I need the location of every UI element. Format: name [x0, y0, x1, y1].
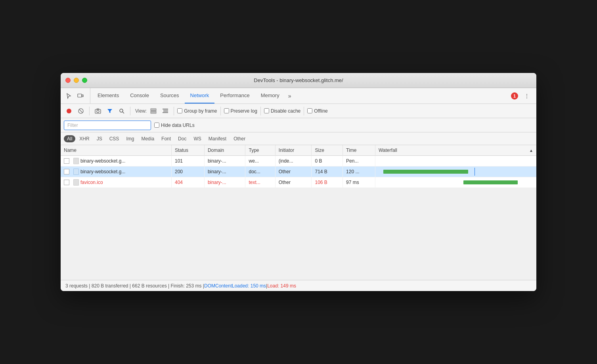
cell-size-3: 106 B	[312, 177, 343, 188]
devtools-menu-button[interactable]: ⋮	[521, 90, 532, 102]
maximize-button[interactable]	[82, 78, 87, 83]
nav-icons	[63, 88, 90, 103]
filter-icon	[107, 108, 113, 114]
status-text: 3 requests | 820 B transferred | 662 B r…	[65, 283, 204, 289]
error-badge[interactable]: 1	[511, 92, 518, 100]
svg-point-6	[97, 110, 99, 113]
pill-ws[interactable]: WS	[190, 135, 204, 142]
col-waterfall[interactable]: Waterfall ▲	[375, 145, 536, 156]
tab-console[interactable]: Console	[124, 88, 155, 103]
table-row[interactable]: binary-websocket.g... 200 binary-... doc…	[61, 167, 536, 177]
preserve-log-checkbox[interactable]	[224, 108, 229, 113]
sort-arrow-icon: ▲	[529, 148, 533, 153]
minimize-button[interactable]	[74, 78, 79, 83]
table-row[interactable]: binary-websocket.g... 101 binary-... we.…	[61, 156, 536, 167]
hide-data-urls-label[interactable]: Hide data URLs	[154, 123, 195, 128]
toolbar-separator-5	[260, 107, 261, 115]
screenshot-button[interactable]	[93, 106, 103, 116]
col-initiator[interactable]: Initiator	[275, 145, 312, 156]
pill-xhr[interactable]: XHR	[76, 135, 92, 142]
clear-button[interactable]	[76, 106, 86, 116]
waterfall-bar-container-3	[379, 180, 533, 185]
offline-label[interactable]: Offline	[307, 108, 327, 114]
cell-time-3: 97 ms	[343, 177, 375, 188]
pill-media[interactable]: Media	[138, 135, 157, 142]
svg-rect-0	[78, 94, 82, 97]
cell-type-3: text...	[245, 177, 275, 188]
more-icon: ⋮	[524, 93, 530, 99]
pill-js[interactable]: JS	[94, 135, 105, 142]
tab-memory[interactable]: Memory	[255, 88, 285, 103]
network-table: Name Status Domain Type Initiator Size T…	[61, 145, 536, 188]
pill-manifest[interactable]: Manifest	[205, 135, 230, 142]
device-icon-btn[interactable]	[75, 90, 86, 102]
cell-status-2: 200	[171, 167, 204, 177]
pill-css[interactable]: CSS	[106, 135, 122, 142]
svg-line-9	[122, 112, 124, 113]
group-view-button[interactable]	[160, 106, 170, 116]
preserve-log-label[interactable]: Preserve log	[224, 108, 257, 114]
pill-doc[interactable]: Doc	[175, 135, 189, 142]
dom-content-loaded-link[interactable]: DOMContentLoaded: 150 ms	[204, 283, 266, 289]
disable-cache-checkbox[interactable]	[264, 108, 269, 113]
record-button[interactable]	[64, 106, 74, 116]
row-checkbox-2[interactable]	[64, 169, 69, 174]
svg-rect-11	[151, 110, 156, 111]
search-button[interactable]	[117, 106, 127, 116]
filter-input[interactable]	[64, 121, 151, 130]
svg-point-2	[67, 109, 71, 113]
col-time[interactable]: Time	[343, 145, 375, 156]
nav-tabs: Elements Console Sources Network Perform…	[92, 88, 285, 103]
filter-button[interactable]	[105, 106, 115, 116]
col-status[interactable]: Status	[171, 145, 204, 156]
close-button[interactable]	[65, 78, 71, 83]
more-tabs-button[interactable]: »	[285, 88, 295, 103]
waterfall-bar-container-1	[379, 159, 533, 163]
group-by-frame-checkbox[interactable]	[177, 108, 182, 113]
load-link[interactable]: Load: 149 ms	[267, 283, 296, 289]
error-count-container: 1	[511, 92, 518, 100]
col-domain[interactable]: Domain	[204, 145, 245, 156]
disable-cache-label[interactable]: Disable cache	[264, 108, 300, 114]
group-icon	[162, 108, 168, 114]
cell-waterfall-1	[375, 156, 536, 167]
file-icon-1	[73, 158, 79, 164]
col-name[interactable]: Name	[61, 145, 171, 156]
group-by-frame-label[interactable]: Group by frame	[177, 108, 217, 114]
cell-type-2: doc...	[245, 167, 275, 177]
list-view-button[interactable]	[148, 106, 159, 116]
file-icon-2	[73, 169, 79, 175]
col-type[interactable]: Type	[245, 145, 275, 156]
cursor-icon-btn[interactable]	[63, 90, 74, 102]
waterfall-timeline-line-2	[475, 168, 475, 176]
network-table-wrapper[interactable]: Name Status Domain Type Initiator Size T…	[61, 145, 536, 280]
hide-data-urls-checkbox[interactable]	[154, 123, 159, 128]
row-checkbox-1[interactable]	[64, 158, 69, 164]
svg-point-8	[120, 109, 123, 112]
col-size[interactable]: Size	[312, 145, 343, 156]
traffic-lights	[65, 78, 87, 83]
pill-img[interactable]: Img	[123, 135, 137, 142]
offline-checkbox[interactable]	[307, 108, 312, 113]
filter-bar: Hide data URLs	[61, 118, 536, 132]
device-icon	[77, 93, 84, 99]
svg-rect-7	[97, 109, 99, 110]
cell-size-1: 0 B	[312, 156, 343, 167]
pill-all[interactable]: All	[64, 135, 75, 142]
table-row[interactable]: favicon.ico 404 binary-... text... Other…	[61, 177, 536, 188]
cell-initiator-3: Other	[275, 177, 312, 188]
cell-time-2: 120 ...	[343, 167, 375, 177]
waterfall-bar-container-2	[379, 169, 533, 174]
tab-sources[interactable]: Sources	[155, 88, 185, 103]
cell-status-1: 101	[171, 156, 204, 167]
camera-icon	[95, 108, 101, 114]
type-filter-bar: All XHR JS CSS Img Media Font Doc WS Man…	[61, 132, 536, 145]
row-checkbox-3[interactable]	[64, 180, 69, 185]
tab-performance[interactable]: Performance	[214, 88, 255, 103]
tab-elements[interactable]: Elements	[92, 88, 124, 103]
nav-bar: Elements Console Sources Network Perform…	[61, 88, 536, 104]
tab-network[interactable]: Network	[185, 88, 215, 103]
file-icon-3	[73, 179, 79, 186]
pill-other[interactable]: Other	[230, 135, 249, 142]
pill-font[interactable]: Font	[158, 135, 174, 142]
